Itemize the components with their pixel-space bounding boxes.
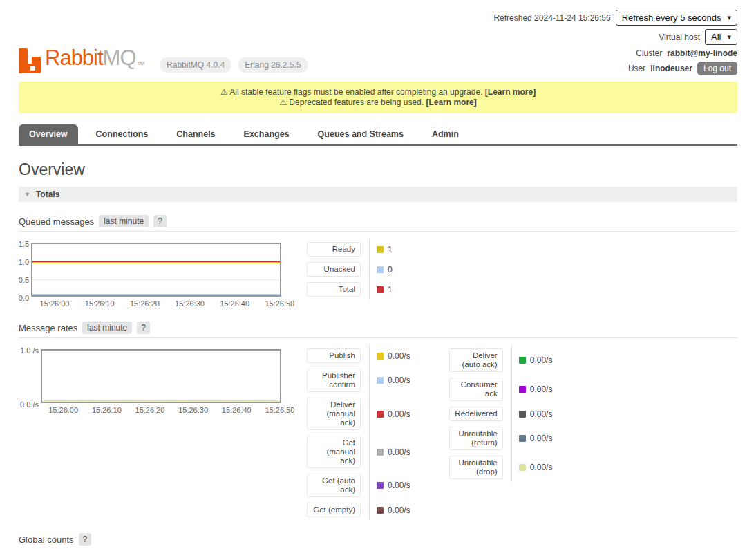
legend-label-get-manual-ack: Get (manual ack) (307, 436, 361, 468)
rabbitmq-version-badge: RabbitMQ 4.0.4 (160, 57, 231, 73)
message-rates-block: 1.0 /s 0.0 /s 15:26:00 15:26:10 15:26:20… (19, 349, 737, 520)
rates-plot-area: 1.0 /s 0.0 /s (41, 349, 281, 403)
banner-warning-text-1: ⚠ All stable feature flags must be enabl… (220, 87, 483, 97)
queued-messages-block: 1.5 1.0 0.5 0.0 15:26:00 15:26:10 15:26:… (19, 243, 737, 308)
legend-row-total: Total 1 (307, 279, 393, 299)
logo-rabbit-text: Rabbit (45, 46, 103, 70)
get-auto-ack-color-swatch (377, 482, 384, 489)
legend-row-deliver-auto-ack: Deliver (auto ack) 0.00/s (449, 346, 553, 375)
version-badges: RabbitMQ 4.0.4 Erlang 26.2.5.5 (160, 57, 307, 73)
rates-chart: 1.0 /s 0.0 /s 15:26:00 15:26:10 15:26:20… (19, 349, 281, 415)
unacked-series-line (32, 294, 280, 295)
get-auto-ack-rate: 0.00/s (388, 481, 410, 490)
legend-label-deliver-manual-ack: Deliver (manual ack) (307, 398, 361, 430)
legend-row-unroutable-return: Unroutable (return) 0.00/s (449, 424, 553, 453)
cluster-label: Cluster (636, 48, 662, 58)
learn-more-link-1[interactable]: [Learn more] (485, 87, 536, 97)
queued-help-icon[interactable]: ? (153, 215, 167, 227)
global-counts-help-icon[interactable]: ? (79, 533, 92, 546)
redelivered-color-swatch (519, 411, 526, 418)
publish-color-swatch (377, 353, 384, 360)
banner-warning-text-2: ⚠ Deprecated features are being used. (279, 97, 424, 107)
consumer-ack-rate: 0.00/s (530, 384, 553, 394)
legend-row-unroutable-drop: Unroutable (drop) 0.00/s (449, 453, 553, 482)
deliver-manual-ack-rate: 0.00/s (388, 409, 410, 419)
queued-messages-header: Queued messages last minute ? (19, 215, 737, 232)
totals-section-header[interactable]: ▼ Totals (19, 187, 737, 202)
erlang-version-badge: Erlang 26.2.5.5 (238, 57, 307, 73)
queued-x-axis: 15:26:00 15:26:10 15:26:20 15:26:30 15:2… (31, 299, 281, 308)
refresh-interval-value: Refresh every 5 seconds (622, 12, 721, 23)
deliver-manual-ack-color-swatch (377, 411, 384, 418)
y-axis-tick: 0.5 (19, 276, 29, 284)
rabbitmq-logo-icon (19, 48, 41, 75)
x-axis-tick: 15:26:00 (48, 406, 78, 414)
virtual-host-select[interactable]: All ▾ (705, 29, 737, 45)
queued-legend: Ready 1 Unacked 0 Total 1 (307, 239, 393, 299)
unroutable-return-color-swatch (519, 435, 526, 442)
refresh-interval-select[interactable]: Refresh every 5 seconds ▾ (616, 10, 737, 26)
chevron-down-icon: ▾ (727, 32, 731, 41)
x-axis-tick: 15:26:30 (175, 299, 205, 308)
get-manual-ack-rate: 0.00/s (388, 447, 410, 457)
unacked-value: 0 (388, 265, 393, 274)
publisher-confirm-rate: 0.00/s (388, 375, 410, 385)
logo-trademark: TM (138, 60, 144, 66)
tab-queues-and-streams[interactable]: Queues and Streams (308, 124, 414, 144)
tab-exchanges[interactable]: Exchanges (234, 124, 300, 144)
get-empty-rate: 0.00/s (388, 505, 410, 515)
logo-block[interactable]: RabbitMQTM RabbitMQ 4.0.4 Erlang 26.2.5.… (19, 8, 308, 75)
banner-line-2: ⚠ Deprecated features are being used. [L… (26, 97, 730, 108)
legend-row-deliver-manual-ack: Deliver (manual ack) 0.00/s (307, 395, 410, 433)
deliver-auto-ack-rate: 0.00/s (530, 355, 553, 365)
user-label: User (628, 64, 645, 73)
global-counts-title: Global counts (19, 534, 74, 545)
redelivered-rate: 0.00/s (530, 409, 553, 419)
header: RabbitMQTM RabbitMQ 4.0.4 Erlang 26.2.5.… (19, 0, 737, 75)
message-rates-title: Message rates (19, 323, 77, 333)
tab-admin[interactable]: Admin (422, 124, 469, 144)
total-color-swatch (377, 286, 384, 293)
collapse-triangle-icon: ▼ (24, 191, 30, 198)
x-axis-tick: 15:26:40 (222, 406, 252, 414)
y-axis-tick: 1.0 (19, 258, 29, 266)
main-tab-bar: Overview Connections Channels Exchanges … (19, 124, 737, 146)
legend-label-publisher-confirm: Publisher confirm (307, 369, 361, 392)
x-axis-tick: 15:26:30 (178, 406, 208, 414)
queued-range-badge[interactable]: last minute (99, 215, 149, 227)
get-manual-ack-color-swatch (377, 449, 384, 456)
ready-value: 1 (388, 245, 393, 254)
cluster-name: rabbit@my-linode (667, 48, 737, 58)
tab-connections[interactable]: Connections (86, 124, 159, 144)
virtual-host-label: Virtual host (659, 32, 700, 42)
banner-line-1: ⚠ All stable feature flags must be enabl… (26, 87, 730, 97)
legend-label-ready: Ready (307, 242, 361, 257)
rates-legend-right: Deliver (auto ack) 0.00/s Consumer ack 0… (449, 346, 553, 482)
legend-row-get-auto-ack: Get (auto ack) 0.00/s (307, 471, 410, 500)
legend-label-unroutable-return: Unroutable (return) (449, 427, 503, 450)
legend-row-unacked: Unacked 0 (307, 259, 393, 279)
x-axis-tick: 15:26:20 (130, 299, 160, 308)
legend-label-deliver-auto-ack: Deliver (auto ack) (449, 348, 503, 372)
rates-help-icon[interactable]: ? (137, 322, 150, 334)
rates-range-badge[interactable]: last minute (82, 322, 132, 334)
legend-label-consumer-ack: Consumer ack (449, 378, 503, 401)
total-value: 1 (388, 285, 393, 295)
refreshed-timestamp: Refreshed 2024-11-24 15:26:56 (493, 13, 610, 23)
logo-mq-text: MQ (103, 46, 136, 70)
tab-channels[interactable]: Channels (166, 124, 225, 144)
x-axis-tick: 15:26:00 (40, 299, 70, 308)
ready-color-swatch (377, 246, 384, 253)
consumer-ack-color-swatch (519, 386, 526, 393)
total-series-line (32, 261, 280, 262)
legend-row-get-manual-ack: Get (manual ack) 0.00/s (307, 433, 410, 471)
legend-row-publisher-confirm: Publisher confirm 0.00/s (307, 366, 410, 395)
learn-more-link-2[interactable]: [Learn more] (426, 97, 476, 107)
rabbitmq-management-page: RabbitMQTM RabbitMQ 4.0.4 Erlang 26.2.5.… (0, 0, 756, 549)
logout-button[interactable]: Log out (697, 62, 737, 75)
legend-row-ready: Ready 1 (307, 239, 393, 259)
tab-overview[interactable]: Overview (19, 124, 78, 144)
y-axis-tick: 1.0 /s (20, 346, 39, 355)
get-empty-color-swatch (377, 507, 384, 514)
logo-text: RabbitMQTM (45, 46, 144, 75)
